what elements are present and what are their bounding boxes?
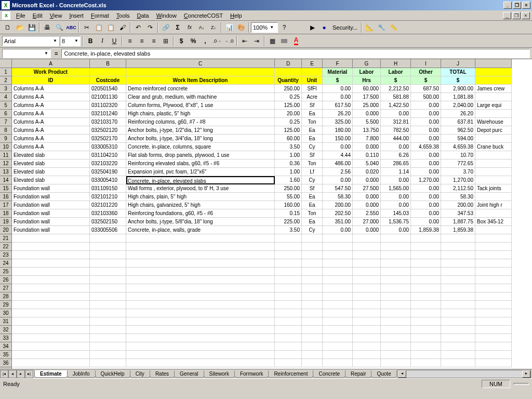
cell-D9[interactable]: 60.00: [275, 135, 302, 143]
cell-K14[interactable]: [475, 176, 512, 184]
cell-D6[interactable]: 20.00: [275, 110, 302, 118]
vbe-button[interactable]: 📐: [364, 22, 375, 33]
cell-E28[interactable]: [302, 292, 323, 301]
cell-C27[interactable]: [126, 284, 275, 292]
cell-E24[interactable]: [302, 259, 323, 268]
cell-C16[interactable]: High chairs, plain, 5" high: [126, 193, 275, 201]
cell-J26[interactable]: [441, 276, 475, 284]
cell-B30[interactable]: [90, 309, 126, 317]
cell-A21[interactable]: [12, 234, 90, 243]
cell-G27[interactable]: [353, 284, 381, 292]
menu-format[interactable]: Format: [87, 11, 113, 20]
cell-E8[interactable]: Ea: [302, 126, 323, 135]
sheet-tab-quote[interactable]: Quote: [371, 370, 396, 378]
cell-E10[interactable]: Cy: [302, 143, 323, 151]
sort-desc-button[interactable]: Z↓: [208, 22, 219, 33]
cell-E20[interactable]: Cy: [302, 226, 323, 234]
comma-button[interactable]: ,: [200, 35, 211, 47]
cell-I21[interactable]: [411, 234, 441, 243]
cell-B16[interactable]: 032101210: [90, 193, 126, 201]
menu-view[interactable]: View: [46, 11, 66, 20]
cell-F7[interactable]: 325.00: [323, 118, 353, 126]
cell-I5[interactable]: 0.00: [411, 101, 441, 110]
cell-G34[interactable]: [353, 342, 381, 351]
row-header-26[interactable]: 26: [0, 276, 11, 284]
row-header-30[interactable]: 30: [0, 309, 11, 317]
name-box[interactable]: ▼: [2, 49, 51, 58]
font-color-button[interactable]: A: [290, 35, 302, 47]
select-all-button[interactable]: [0, 59, 11, 68]
cell-B36[interactable]: [90, 359, 126, 367]
cell-A9[interactable]: Columns A-A: [12, 135, 90, 143]
cell-C34[interactable]: [126, 342, 275, 351]
cell-K23[interactable]: [475, 251, 512, 259]
cell-G22[interactable]: [353, 243, 381, 251]
cell-B31[interactable]: [90, 317, 126, 326]
autosum-button[interactable]: Σ: [172, 22, 183, 33]
cell-C6[interactable]: High chairs, plastic, 5" high: [126, 110, 275, 118]
cell-E36[interactable]: [302, 359, 323, 367]
cell-D4[interactable]: 0.25: [275, 93, 302, 101]
bold-button[interactable]: B: [85, 35, 96, 47]
cell-C10[interactable]: Concrete, in-place, columns, square: [126, 143, 275, 151]
cell-F29[interactable]: [323, 301, 353, 309]
increase-indent-button[interactable]: ⇥: [251, 35, 262, 47]
cell-J13[interactable]: 3.70: [441, 168, 475, 176]
cell-E16[interactable]: Ea: [302, 193, 323, 201]
restore-button[interactable]: ❐: [513, 2, 521, 9]
cell-G30[interactable]: [353, 309, 381, 317]
cell-J29[interactable]: [441, 301, 475, 309]
cell-H26[interactable]: [381, 276, 411, 284]
cell-J27[interactable]: [441, 284, 475, 292]
cell-D36[interactable]: [275, 359, 302, 367]
cell-B32[interactable]: [90, 326, 126, 334]
redo-button[interactable]: ↷: [144, 22, 156, 33]
open-button[interactable]: 📂: [14, 22, 25, 33]
menu-tools[interactable]: Tools: [113, 11, 134, 20]
cell-G20[interactable]: 0.000: [353, 226, 381, 234]
cell-K3[interactable]: James crew: [475, 85, 512, 93]
col-header-J[interactable]: J: [441, 59, 475, 68]
cell-A12[interactable]: Elevated slab: [12, 159, 90, 168]
tab-next-button[interactable]: ▸: [17, 370, 25, 378]
cell-J20[interactable]: 1,859.38: [441, 226, 475, 234]
cell-J4[interactable]: 1,081.88: [441, 93, 475, 101]
cell-B21[interactable]: [90, 234, 126, 243]
row-header-12[interactable]: 12: [0, 159, 11, 168]
cell-B12[interactable]: 032103220: [90, 159, 126, 168]
tab-first-button[interactable]: |◂: [0, 370, 8, 378]
cell-A3[interactable]: Columns A-A: [12, 85, 90, 93]
cell-H15[interactable]: 1,565.00: [381, 184, 411, 193]
cell-F19[interactable]: 351.00: [323, 218, 353, 226]
cell-H7[interactable]: 312.81: [381, 118, 411, 126]
cell-G17[interactable]: 0.000: [353, 201, 381, 209]
cell-H28[interactable]: [381, 292, 411, 301]
hyperlink-button[interactable]: 🔗: [160, 22, 171, 33]
cell-G14[interactable]: 0.000: [353, 176, 381, 184]
cell-J11[interactable]: 10.70: [441, 151, 475, 159]
cell-E27[interactable]: [302, 284, 323, 292]
sheet-tab-jobinfo[interactable]: JobInfo: [67, 370, 96, 378]
cell-J3[interactable]: 2,900.00: [441, 85, 475, 93]
cell-H9[interactable]: 444.00: [381, 135, 411, 143]
format-painter-button[interactable]: 🖌: [117, 22, 128, 33]
cell-H24[interactable]: [381, 259, 411, 268]
cell-D24[interactable]: [275, 259, 302, 268]
row-header-2[interactable]: 2: [0, 76, 11, 85]
cell-K25[interactable]: [475, 268, 512, 276]
cell-K27[interactable]: [475, 284, 512, 292]
cell-E14[interactable]: Cy: [302, 176, 323, 184]
cell-G7[interactable]: 5.500: [353, 118, 381, 126]
cell-K7[interactable]: Warehouse: [475, 118, 512, 126]
cell-G36[interactable]: [353, 359, 381, 367]
cell-J32[interactable]: [441, 326, 475, 334]
row-header-15[interactable]: 15: [0, 184, 11, 193]
cell-D32[interactable]: [275, 326, 302, 334]
row-header-14[interactable]: 14: [0, 176, 11, 184]
cell-G21[interactable]: [353, 234, 381, 243]
cell-G35[interactable]: [353, 351, 381, 359]
cell-C31[interactable]: [126, 317, 275, 326]
cell-A24[interactable]: [12, 259, 90, 268]
row-header-4[interactable]: 4: [0, 93, 11, 101]
cell-I11[interactable]: 0.00: [411, 151, 441, 159]
